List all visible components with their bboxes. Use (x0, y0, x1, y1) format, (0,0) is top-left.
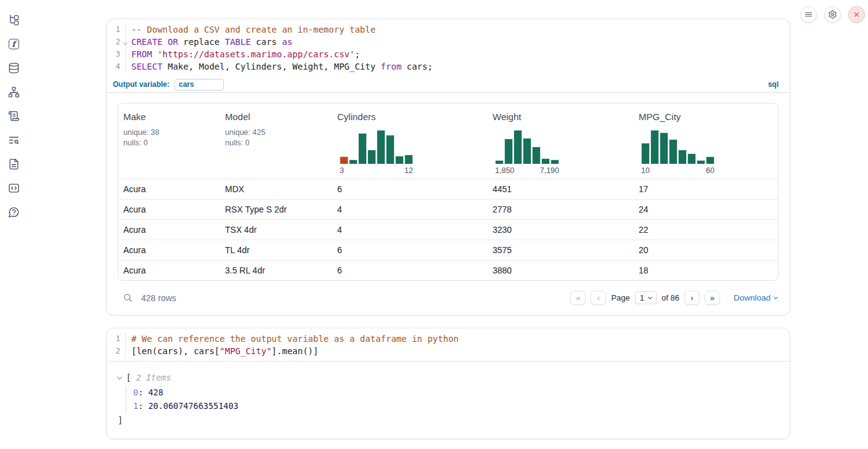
axis-min-label: 3 (340, 166, 344, 175)
table-cell: 3575 (488, 245, 634, 255)
column-name: Model (225, 111, 327, 122)
menu-button[interactable] (800, 6, 817, 23)
function-icon[interactable]: f (7, 38, 20, 50)
table-body: AcuraMDX6445117AcuraRSX Type S 2dr427782… (118, 179, 778, 280)
histogram-bars (495, 130, 559, 164)
column-stats: unique: 425nulls: 0 (225, 127, 327, 148)
table-row[interactable]: AcuraTL 4dr6357520 (118, 240, 778, 260)
snippets-icon[interactable] (7, 182, 20, 194)
table-row[interactable]: AcuraTSX 4dr4323022 (118, 219, 778, 240)
first-page-button[interactable]: « (570, 291, 586, 305)
dependency-graph-icon[interactable] (7, 86, 20, 98)
code-line: 3FROM 'https://datasets.marimo.app/cars.… (107, 48, 790, 60)
histogram-bar (551, 160, 559, 164)
sql-output: Makeunique: 38nulls: 0Modelunique: 425nu… (107, 93, 790, 315)
code-line: 1# We can reference the output variable … (107, 333, 790, 345)
table-cell: Acura (118, 204, 220, 214)
chevron-down-icon (648, 294, 652, 299)
output-variable-label: Output variable: (113, 80, 170, 89)
data-table: Makeunique: 38nulls: 0Modelunique: 425nu… (118, 103, 779, 281)
next-page-button[interactable]: › (684, 291, 700, 305)
column-header[interactable]: Makeunique: 38nulls: 0 (118, 103, 220, 179)
axis-min-label: 10 (641, 166, 650, 175)
histogram-bar (349, 160, 358, 164)
code-text: CREATE OR replace TABLE cars as (126, 36, 292, 48)
item-value: 428 (148, 387, 163, 397)
python-cell: 1# We can reference the output variable … (106, 328, 790, 439)
notebook-area: 1-- Download a CSV and create an in-memo… (106, 18, 790, 439)
code-token: CREATE OR (131, 37, 178, 47)
pagination: « ‹ Page 1 of 86 › » Download (570, 291, 777, 305)
table-cell: 4 (332, 204, 488, 214)
page-select-value: 1 (640, 293, 644, 302)
table-row[interactable]: AcuraMDX6445117 (118, 179, 778, 199)
table-row[interactable]: Acura3.5 RL 4dr6388018 (118, 260, 778, 280)
code-token: # We can reference the output variable a… (131, 334, 459, 344)
column-header[interactable]: Modelunique: 425nulls: 0 (220, 103, 332, 179)
column-header[interactable]: Weight1,8507,190 (488, 103, 634, 179)
line-number: 1 (107, 23, 126, 36)
code-token: from (381, 62, 402, 71)
histogram-bar (669, 139, 678, 164)
histogram-bars (641, 130, 714, 164)
line-number: 2 (107, 345, 126, 357)
table-cell: 20 (634, 245, 778, 255)
table-cell: 17 (634, 184, 778, 194)
list-item: 0: 428 (133, 386, 779, 399)
code-text: [len(cars), cars["MPG_City"].mean()] (126, 345, 318, 357)
sql-code-editor[interactable]: 1-- Download a CSV and create an in-memo… (107, 19, 790, 76)
collapse-chevron-icon[interactable] (117, 374, 122, 379)
column-stat: nulls: 0 (225, 138, 327, 148)
close-x-icon (852, 10, 861, 19)
histogram-bar (495, 160, 504, 164)
item-value: 20.060747663551403 (148, 401, 238, 411)
output-variable-input[interactable] (174, 79, 224, 91)
document-icon[interactable] (7, 158, 20, 170)
axis-max-label: 60 (706, 166, 714, 175)
download-label: Download (734, 293, 771, 302)
histogram-bar (514, 130, 522, 164)
shutdown-button[interactable] (848, 6, 865, 23)
log-search-icon[interactable] (7, 134, 20, 146)
download-button[interactable]: Download (734, 293, 777, 302)
search-icon[interactable] (121, 292, 134, 304)
topbar-controls (800, 6, 865, 23)
item-index: 1 (133, 401, 138, 411)
sql-cell: 1-- Download a CSV and create an in-memo… (106, 18, 790, 315)
page-of-label: of 86 (661, 293, 679, 302)
language-badge: sql (768, 80, 784, 89)
python-code-editor[interactable]: 1# We can reference the output variable … (107, 328, 790, 361)
code-line: 4SELECT Make, Model, Cylinders, Weight, … (107, 60, 790, 73)
column-name: Make (123, 111, 215, 122)
table-cell: MDX (220, 184, 332, 194)
table-cell: 3880 (488, 265, 634, 275)
axis-max-label: 7,190 (540, 166, 559, 175)
database-icon[interactable] (7, 62, 20, 74)
page-select[interactable]: 1 (635, 291, 657, 304)
settings-button[interactable] (824, 6, 841, 23)
code-text: FROM 'https://datasets.marimo.app/cars.c… (126, 48, 360, 60)
histogram-bar (660, 132, 668, 164)
histogram-bar (367, 150, 376, 164)
table-cell: TL 4dr (220, 245, 332, 255)
histogram-bar (523, 138, 531, 164)
help-icon[interactable] (7, 206, 20, 218)
histogram-axis: 1060 (641, 166, 714, 175)
last-page-button[interactable]: » (705, 291, 720, 305)
column-stats: unique: 38nulls: 0 (123, 127, 215, 148)
code-line: 1-- Download a CSV and create an in-memo… (107, 23, 790, 36)
line-number: 1 (107, 333, 126, 345)
menu-icon (804, 10, 813, 19)
output-variable-bar: Output variable: sql (107, 76, 790, 93)
code-token: ; (354, 49, 359, 59)
table-row[interactable]: AcuraRSX Type S 2dr4277824 (118, 199, 778, 219)
scroll-icon[interactable] (7, 110, 20, 122)
column-name: Weight (493, 111, 629, 122)
items-count-label: 2 Items (136, 371, 171, 384)
column-header[interactable]: Cylinders312 (332, 103, 488, 179)
table-cell: 3.5 RL 4dr (220, 265, 332, 275)
column-header[interactable]: MPG_City1060 (634, 103, 778, 179)
prev-page-button[interactable]: ‹ (591, 291, 606, 305)
file-tree-icon[interactable] (7, 14, 20, 26)
column-name: Cylinders (337, 111, 483, 122)
